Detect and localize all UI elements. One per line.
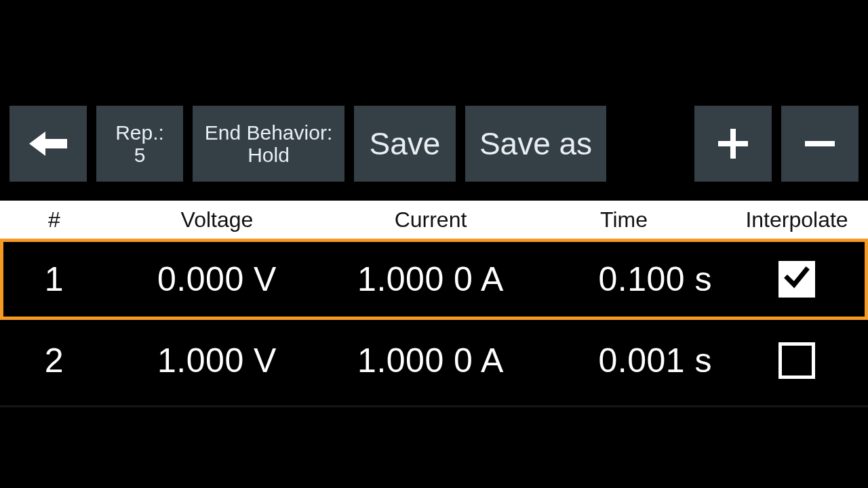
app-stage: Rep.: 5 End Behavior: Hold Save Save as [0,0,868,488]
save-button-label: Save [370,127,441,161]
repetitions-label: Rep.: [115,121,164,144]
table-header: # Voltage Current Time Interpolate [0,201,868,239]
arrow-left-icon [29,131,67,156]
plus-icon [718,129,748,159]
end-behavior-label: End Behavior: [205,121,332,144]
row-current-cell[interactable]: 1.000 0 A [326,260,536,299]
header-index: # [0,207,108,232]
row-voltage-cell[interactable]: 1.000 V [108,341,326,380]
repetitions-button[interactable]: Rep.: 5 [96,106,183,182]
back-button[interactable] [9,106,87,182]
row-index-cell[interactable]: 1 [0,260,108,299]
repetitions-value: 5 [134,144,146,166]
header-voltage: Voltage [108,207,326,232]
row-interpolate-cell [726,342,868,379]
remove-row-button[interactable] [781,106,859,182]
interpolate-checkbox[interactable] [778,261,815,298]
header-current: Current [326,207,536,232]
table-row[interactable]: 21.000 V1.000 0 A0.001 s [0,320,868,401]
interpolate-checkbox[interactable] [778,342,815,379]
end-behavior-button[interactable]: End Behavior: Hold [193,106,344,182]
svg-marker-0 [29,131,67,156]
row-voltage-cell[interactable]: 0.000 V [108,260,326,299]
table-row[interactable]: 10.000 V1.000 0 A0.100 s [0,239,868,320]
row-interpolate-cell [726,261,868,298]
header-interpolate: Interpolate [726,207,868,232]
svg-rect-3 [805,141,835,146]
row-time-cell[interactable]: 0.001 s [536,341,726,380]
toolbar-spacer [616,106,685,182]
row-index-cell[interactable]: 2 [0,341,108,380]
save-button[interactable]: Save [354,106,456,182]
save-as-button-label: Save as [479,127,592,161]
save-as-button[interactable]: Save as [465,106,606,182]
end-behavior-value: Hold [248,144,290,166]
minus-icon [805,129,835,159]
table-divider [0,405,868,407]
row-time-cell[interactable]: 0.100 s [536,260,726,299]
check-icon [783,260,810,299]
table-body: 10.000 V1.000 0 A0.100 s21.000 V1.000 0 … [0,239,868,401]
svg-rect-2 [718,141,748,146]
header-time: Time [536,207,726,232]
add-row-button[interactable] [694,106,772,182]
toolbar: Rep.: 5 End Behavior: Hold Save Save as [9,106,859,182]
row-current-cell[interactable]: 1.000 0 A [326,341,536,380]
